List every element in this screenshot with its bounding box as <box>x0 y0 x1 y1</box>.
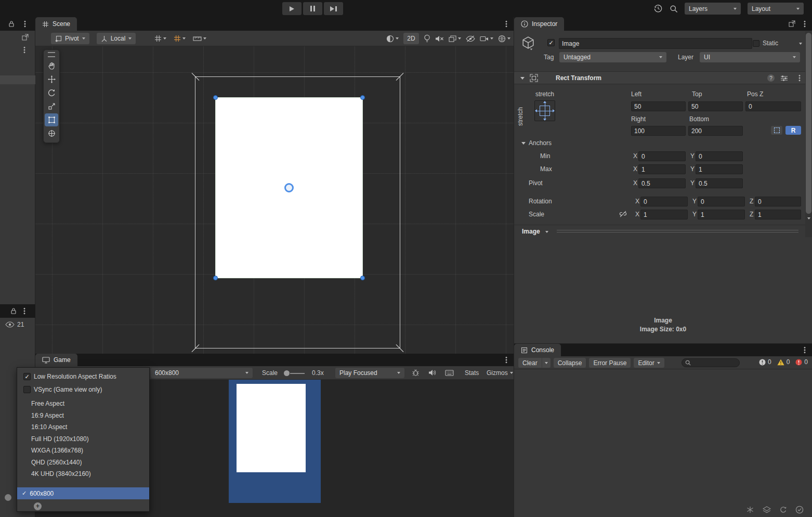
lock-icon[interactable] <box>10 307 17 316</box>
menu-toggle-low-res[interactable]: ✓ Low Resolution Aspect Ratios <box>17 371 149 382</box>
palette-drag-handle[interactable] <box>48 52 55 57</box>
bottom-field[interactable] <box>688 126 743 136</box>
top-field[interactable] <box>688 101 743 111</box>
refresh-status-icon[interactable] <box>779 506 787 513</box>
scale-tool-button[interactable] <box>45 100 58 113</box>
rect-handle-top-left[interactable] <box>213 95 218 100</box>
console-search-input[interactable] <box>693 359 736 367</box>
rect-handle-bottom-left[interactable] <box>213 276 218 280</box>
menu-option[interactable]: 16:9 Aspect <box>17 410 149 421</box>
preview-pane-header[interactable]: Image <box>514 225 812 237</box>
scale-slider-knob[interactable] <box>284 370 290 376</box>
scene-effects-dropdown[interactable] <box>449 35 461 42</box>
zoom-slider-knob[interactable] <box>5 494 11 501</box>
gizmos-dropdown[interactable]: Gizmos <box>487 369 513 377</box>
aspect-ratio-dropdown[interactable]: 600x800 <box>151 368 253 378</box>
speaker-icon[interactable] <box>428 369 436 376</box>
scrollbar-down-arrow[interactable] <box>807 217 810 219</box>
rect-handle-top-right[interactable] <box>360 95 365 100</box>
layout-dropdown[interactable]: Layout <box>748 3 804 15</box>
static-checkbox[interactable] <box>753 40 759 47</box>
shading-mode-dropdown[interactable] <box>386 35 399 43</box>
layer-dropdown[interactable]: UI <box>700 52 800 62</box>
undo-history-icon[interactable] <box>653 4 663 13</box>
popout-icon[interactable] <box>22 34 29 42</box>
scale-z-field[interactable] <box>755 210 801 219</box>
inspector-menu-kebab[interactable] <box>804 20 806 28</box>
anchor-min-x-field[interactable] <box>638 151 686 161</box>
scale-slider-track[interactable] <box>290 373 305 374</box>
layers-status-icon[interactable] <box>763 506 771 513</box>
error-badge[interactable]: 0 <box>795 358 808 366</box>
editor-dropdown[interactable]: Editor <box>634 358 664 368</box>
error-pause-button[interactable]: Error Pause <box>589 358 631 368</box>
scene-gizmos-dropdown[interactable] <box>498 35 510 43</box>
menu-option[interactable]: Free Aspect <box>17 398 149 409</box>
right-field[interactable] <box>631 126 686 136</box>
local-dropdown[interactable]: Local <box>97 33 136 44</box>
layers-dropdown[interactable]: Layers <box>685 3 741 15</box>
2d-toggle-button[interactable]: 2D <box>403 33 419 44</box>
rotation-z-field[interactable] <box>755 197 801 206</box>
lock-icon[interactable] <box>8 20 15 29</box>
foldout-arrow-icon[interactable] <box>520 77 525 80</box>
rect-pivot-handle[interactable] <box>284 183 294 192</box>
search-icon[interactable] <box>670 5 678 13</box>
splitter-line[interactable] <box>557 230 798 230</box>
checkbox-unchecked[interactable] <box>23 386 31 393</box>
step-button[interactable] <box>324 2 343 15</box>
plus-icon[interactable]: + <box>34 502 42 510</box>
rect-transform-header[interactable]: Rect Transform ? <box>514 71 812 84</box>
scene-viewport[interactable] <box>35 46 514 354</box>
clear-dropdown-caret[interactable] <box>542 358 551 368</box>
menu-option[interactable]: 16:10 Aspect <box>17 421 149 433</box>
menu-option-selected[interactable]: ✓ 600x800 <box>17 487 149 499</box>
tab-game[interactable]: Game <box>35 354 77 366</box>
scene-lighting-icon[interactable] <box>424 34 430 43</box>
rotation-y-field[interactable] <box>698 197 745 206</box>
splitter-line[interactable] <box>557 232 798 232</box>
pivot-dropdown[interactable]: Pivot <box>51 33 89 44</box>
popout-icon[interactable] <box>789 20 795 27</box>
anchor-max-y-field[interactable] <box>696 164 743 174</box>
panel-menu-kebab-2[interactable] <box>23 46 25 54</box>
active-checkbox[interactable]: ✓ <box>547 39 555 46</box>
collapsed-selection-row[interactable] <box>0 75 35 84</box>
scene-camera-dropdown[interactable] <box>480 35 493 42</box>
left-field[interactable] <box>631 101 686 111</box>
presets-icon[interactable] <box>780 75 788 82</box>
pivot-y-field[interactable] <box>696 178 743 188</box>
console-menu-kebab[interactable] <box>804 346 806 354</box>
component-menu-kebab[interactable] <box>798 74 801 82</box>
unlinked-scale-icon[interactable] <box>619 211 627 217</box>
info-badge[interactable]: 0 <box>759 358 771 366</box>
move-tool-button[interactable] <box>45 73 58 86</box>
gameobject-name-input[interactable] <box>559 38 752 49</box>
anchor-preset-widget[interactable] <box>534 100 555 121</box>
keyboard-icon[interactable] <box>445 370 454 376</box>
play-button[interactable] <box>282 2 302 15</box>
rect-tool-button[interactable] <box>45 113 58 126</box>
panel-menu-kebab[interactable] <box>24 20 26 28</box>
hand-tool-button[interactable] <box>45 59 58 72</box>
anchor-max-x-field[interactable] <box>638 164 686 174</box>
anchor-min-y-field[interactable] <box>696 151 743 161</box>
gameobject-cube-icon[interactable] <box>521 36 535 49</box>
hidden-objects-counter[interactable]: 21 <box>5 321 24 328</box>
pause-button[interactable] <box>303 2 322 15</box>
snap-increment-control[interactable] <box>174 35 186 42</box>
pivot-x-field[interactable] <box>638 178 686 188</box>
rect-handle-bottom-right[interactable] <box>360 276 365 280</box>
menu-option[interactable]: Full HD (1920x1080) <box>17 433 149 445</box>
activity-check-icon[interactable] <box>795 506 804 514</box>
posz-field[interactable] <box>745 101 801 111</box>
tab-console[interactable]: Console <box>514 344 561 356</box>
stats-button[interactable]: Stats <box>465 369 479 377</box>
menu-toggle-vsync[interactable]: VSync (Game view only) <box>17 384 149 395</box>
anchors-foldout-icon[interactable] <box>521 142 526 145</box>
menu-option[interactable]: QHD (2560x1440) <box>17 457 149 468</box>
burst-status-icon[interactable] <box>746 506 754 513</box>
tab-inspector[interactable]: Inspector <box>514 17 564 31</box>
scale-y-field[interactable] <box>698 210 745 219</box>
measure-control[interactable] <box>193 35 206 42</box>
